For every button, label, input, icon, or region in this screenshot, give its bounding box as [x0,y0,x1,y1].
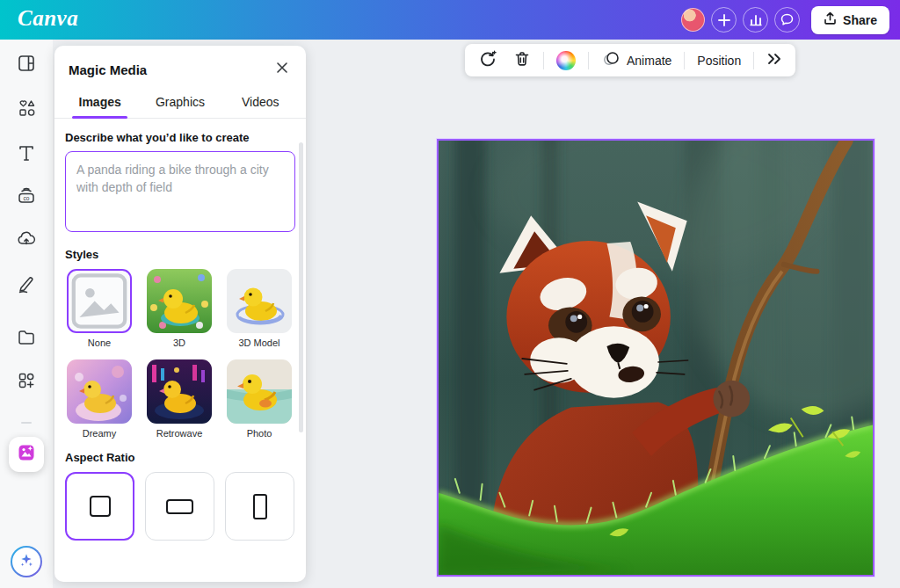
sidebar-item-apps[interactable] [16,370,37,391]
red-panda-image [439,141,873,575]
add-member-button[interactable] [711,7,737,33]
share-button-label: Share [843,13,877,27]
aspect-option-landscape[interactable] [145,472,214,541]
landscape-ratio-icon [166,499,193,514]
canva-editor: Canva Share [0,0,900,588]
style-thumb-retrowave [147,359,212,424]
apps-grid-icon [16,370,37,391]
animate-icon [601,50,621,70]
style-option-3d-model[interactable]: 3D Model [225,269,294,348]
toolbar-divider [753,52,754,69]
svg-text:co: co [24,195,30,201]
style-option-photo[interactable]: Photo [225,359,294,439]
sidebar-item-brand[interactable]: co [16,185,37,207]
square-ratio-icon [90,496,111,517]
plus-icon [717,13,731,27]
delete-button[interactable] [507,47,537,74]
style-thumb-dreamy [67,359,132,424]
toolbar-divider [588,52,589,69]
prompt-input[interactable] [65,151,295,232]
design-icon [16,53,37,74]
panel-header: Magic Media [54,46,306,88]
style-label: Dreamy [65,428,134,439]
regenerate-button[interactable] [472,47,504,74]
color-picker-button[interactable] [550,47,582,74]
style-label: Retrowave [145,428,214,439]
toolbar-divider [543,52,544,69]
style-label: 3D [145,338,214,348]
left-sidebar: co [0,40,53,588]
cloud-upload-icon [16,229,37,250]
panel-body: Describe what you’d like to create Style… [54,119,306,541]
pen-icon [16,273,37,294]
user-avatar[interactable] [681,8,705,32]
magic-media-panel: Magic Media Images Graphics Videos Descr… [54,46,306,582]
brand-kit-icon: co [16,185,37,207]
styles-grid: None 3D 3D Model [65,269,295,439]
tab-graphics[interactable]: Graphics [140,88,220,118]
bar-chart-icon [749,13,763,27]
style-thumb-3d-model [227,269,292,333]
sidebar-item-design[interactable] [16,53,37,74]
style-label: Photo [225,428,294,439]
style-thumb-none [67,269,132,333]
insights-button[interactable] [743,7,768,33]
close-icon [276,61,288,78]
style-label: 3D Model [225,338,294,348]
canva-assistant-button[interactable] [11,546,42,577]
share-upload-icon [824,11,837,28]
double-chevron-right-icon [766,52,782,69]
speech-bubble-icon [780,12,795,27]
close-panel-button[interactable] [272,60,292,79]
style-option-retrowave[interactable]: Retrowave [145,359,214,439]
style-option-none[interactable]: None [65,269,134,348]
comments-button[interactable] [774,7,800,33]
header-actions: Share [681,0,889,40]
sidebar-item-draw[interactable] [16,273,37,294]
style-label: None [65,338,134,348]
aspect-option-portrait[interactable] [225,472,294,541]
aspect-option-square[interactable] [65,472,134,541]
shapes-icon [16,98,37,119]
sidebar-item-uploads[interactable] [16,229,37,250]
animate-button[interactable]: Animate [595,47,678,74]
generated-image-selected[interactable] [437,139,875,577]
style-thumb-photo [227,359,292,424]
sidebar-divider [21,422,32,424]
style-option-3d[interactable]: 3D [145,269,214,348]
share-button[interactable]: Share [811,6,889,34]
context-toolbar: Animate Position [465,44,795,76]
panel-scrollbar[interactable] [299,142,303,432]
toolbar-divider [684,52,685,69]
position-button[interactable]: Position [691,47,747,74]
tab-videos[interactable]: Videos [221,88,301,118]
text-icon [16,142,37,163]
sidebar-item-text[interactable] [16,142,37,163]
style-option-dreamy[interactable]: Dreamy [65,359,134,439]
panel-title: Magic Media [69,62,147,77]
trash-icon [513,50,531,70]
sidebar-item-elements[interactable] [16,98,37,119]
tab-images[interactable]: Images [60,88,140,118]
color-wheel-icon [556,51,576,70]
aspect-ratio-label: Aspect Ratio [65,451,295,464]
position-label: Position [697,54,741,68]
regenerate-icon [478,49,497,71]
sidebar-item-magic-media[interactable] [9,437,44,472]
image-placeholder-icon [69,271,130,331]
more-tools-button[interactable] [760,47,788,74]
aspect-ratio-options [65,472,295,541]
sidebar-item-projects[interactable] [16,327,37,348]
media-type-tabs: Images Graphics Videos [54,88,306,119]
animate-label: Animate [627,54,671,68]
top-bar: Canva Share [0,0,900,40]
folder-icon [16,327,37,348]
styles-label: Styles [65,248,295,261]
prompt-label: Describe what you’d like to create [65,131,295,144]
style-thumb-3d [147,269,212,333]
canva-logo[interactable]: Canva [18,6,78,31]
portrait-ratio-icon [253,494,267,519]
sparkle-icon [18,551,35,572]
magic-media-icon [16,442,37,467]
